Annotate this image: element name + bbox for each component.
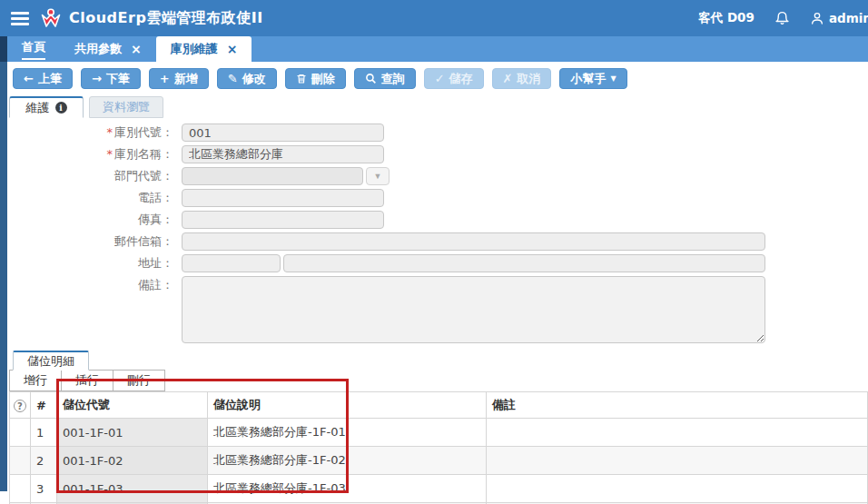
tab-shared-params[interactable]: 共用參數 × bbox=[60, 36, 156, 62]
tab-home[interactable]: 首頁 bbox=[7, 36, 60, 62]
warehouse-code-field[interactable] bbox=[182, 124, 384, 142]
clouderp-logo-icon bbox=[40, 7, 62, 29]
department-code-field[interactable] bbox=[182, 167, 363, 185]
view-subtabs: 維護 i 資料瀏覽 bbox=[9, 96, 868, 118]
table-row[interactable]: 3 001-1F-03 北區業務總部分庫-1F-03 bbox=[10, 475, 868, 503]
table-row[interactable]: 2 001-1F-02 北區業務總部分庫-1F-02 bbox=[10, 447, 868, 475]
bin-note-cell[interactable] bbox=[487, 419, 868, 447]
edit-button[interactable]: ✎ 修改 bbox=[217, 68, 277, 89]
field-label: *庫別代號： bbox=[0, 124, 182, 142]
add-button[interactable]: + 新增 bbox=[149, 68, 209, 89]
fax-field[interactable] bbox=[182, 211, 384, 229]
address-zip-field[interactable] bbox=[182, 254, 281, 272]
field-label: 郵件信箱： bbox=[0, 232, 182, 251]
main-tabbar: 首頁 共用參數 × 庫別維護 × bbox=[0, 36, 868, 62]
close-tab-icon[interactable]: × bbox=[227, 43, 238, 55]
remark-textarea[interactable] bbox=[182, 276, 765, 343]
field-label: 備註： bbox=[0, 276, 182, 294]
storage-bin-section: 儲位明細 增行 插行 刪行 ? # 儲位代號 儲位說明 備註 1 001-1 bbox=[0, 351, 868, 504]
arrow-left-icon: ← bbox=[24, 73, 34, 84]
top-header: CloudErp雲端管理布政使II 客代 D09 admin bbox=[0, 0, 868, 36]
bin-code-cell[interactable]: 001-1F-03 bbox=[57, 475, 208, 503]
help-icon[interactable]: ? bbox=[14, 400, 26, 412]
field-label: 傳真： bbox=[0, 211, 182, 229]
tab-storage-bin-detail[interactable]: 儲位明細 bbox=[13, 351, 89, 371]
pencil-icon: ✎ bbox=[228, 73, 238, 84]
insert-row-button[interactable]: 插行 bbox=[61, 370, 113, 391]
row-number: 2 bbox=[31, 447, 57, 475]
prev-record-button[interactable]: ← 上筆 bbox=[13, 68, 73, 89]
plus-icon: + bbox=[160, 73, 170, 84]
storage-bin-table: ? # 儲位代號 儲位說明 備註 1 001-1F-01 北區業務總部分庫-1F… bbox=[9, 391, 868, 504]
field-label: 地址： bbox=[0, 254, 182, 272]
save-button[interactable]: ✓ 儲存 bbox=[424, 68, 484, 89]
query-button[interactable]: 查詢 bbox=[354, 68, 416, 89]
arrow-right-icon: → bbox=[92, 73, 102, 84]
table-header-row: ? # 儲位代號 儲位說明 備註 bbox=[10, 392, 868, 419]
user-menu[interactable]: admin bbox=[810, 11, 868, 25]
user-icon bbox=[810, 11, 824, 25]
col-header-num: # bbox=[31, 392, 57, 419]
tab-warehouse-maintenance[interactable]: 庫別維護 × bbox=[156, 36, 252, 62]
bin-note-cell[interactable] bbox=[487, 475, 868, 503]
record-toolbar: ← 上筆 → 下筆 + 新增 ✎ 修改 刪除 bbox=[13, 68, 868, 89]
customer-code: 客代 D09 bbox=[698, 10, 755, 26]
app-title: CloudErp雲端管理布政使II bbox=[69, 9, 263, 28]
warehouse-name-field[interactable] bbox=[182, 145, 384, 163]
col-header-bin-desc[interactable]: 儲位說明 bbox=[208, 392, 487, 419]
search-icon bbox=[365, 73, 377, 84]
caret-down-icon: ▼ bbox=[374, 172, 382, 181]
email-field[interactable] bbox=[182, 232, 765, 251]
col-header-bin-code[interactable]: 儲位代號 bbox=[57, 392, 208, 419]
col-header-note[interactable]: 備註 bbox=[487, 392, 868, 419]
add-row-button[interactable]: 增行 bbox=[9, 370, 62, 391]
check-icon: ✓ bbox=[435, 73, 445, 84]
bin-code-cell[interactable]: 001-1F-01 bbox=[57, 419, 208, 447]
field-label: 電話： bbox=[0, 189, 182, 207]
row-number: 3 bbox=[31, 475, 57, 503]
grid-row-buttons: 增行 插行 刪行 bbox=[9, 370, 868, 391]
info-icon: i bbox=[55, 102, 67, 114]
delete-button[interactable]: 刪除 bbox=[285, 68, 346, 89]
row-number: 1 bbox=[31, 419, 57, 447]
hamburger-menu-icon[interactable] bbox=[11, 12, 29, 25]
subtab-data-browse[interactable]: 資料瀏覽 bbox=[89, 96, 163, 118]
bin-code-cell[interactable]: 001-1F-02 bbox=[57, 447, 208, 475]
caret-down-icon: ▼ bbox=[610, 75, 616, 83]
username: admin bbox=[829, 11, 868, 25]
app-window: CloudErp雲端管理布政使II 客代 D09 admin 首頁 共用參數 × bbox=[0, 0, 868, 504]
next-record-button[interactable]: → 下筆 bbox=[81, 68, 141, 89]
address-field[interactable] bbox=[283, 254, 765, 272]
bin-note-cell[interactable] bbox=[487, 447, 868, 475]
close-tab-icon[interactable]: × bbox=[131, 43, 142, 55]
helper-dropdown-button[interactable]: 小幫手 ▼ bbox=[559, 68, 626, 89]
bell-icon[interactable] bbox=[774, 10, 790, 26]
bin-desc-cell[interactable]: 北區業務總部分庫-1F-01 bbox=[208, 419, 487, 447]
cancel-button[interactable]: ✗ 取消 bbox=[492, 68, 552, 89]
x-icon: ✗ bbox=[503, 73, 513, 84]
collapsed-sidebar-strip[interactable] bbox=[0, 36, 7, 491]
warehouse-form: *庫別代號： *庫別名稱： 部門代號： ▼ 電話： 傳真： 郵件信箱： 地址： bbox=[0, 124, 868, 343]
subtab-maintain[interactable]: 維護 i bbox=[9, 96, 84, 118]
bin-desc-cell[interactable]: 北區業務總部分庫-1F-02 bbox=[208, 447, 487, 475]
trash-icon bbox=[296, 73, 307, 84]
table-row[interactable]: 1 001-1F-01 北區業務總部分庫-1F-01 bbox=[10, 419, 868, 447]
field-label: *庫別名稱： bbox=[0, 145, 182, 163]
field-label: 部門代號： bbox=[0, 167, 182, 185]
phone-field[interactable] bbox=[182, 189, 384, 207]
bin-desc-cell[interactable]: 北區業務總部分庫-1F-03 bbox=[208, 475, 487, 503]
delete-row-button[interactable]: 刪行 bbox=[113, 370, 165, 391]
department-dropdown-button[interactable]: ▼ bbox=[366, 167, 390, 185]
